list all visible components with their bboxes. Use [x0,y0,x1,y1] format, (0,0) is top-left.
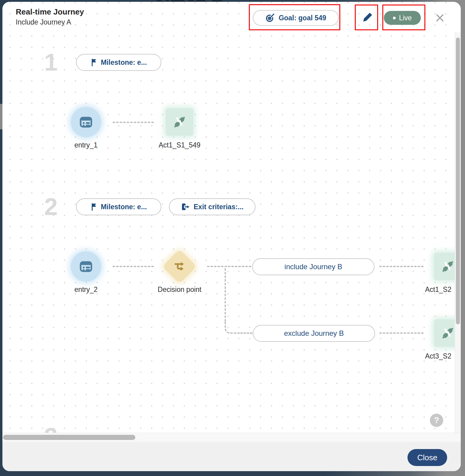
exit-icon [181,203,190,211]
activity-node-act3-s2[interactable] [434,319,455,347]
page-backdrop: Real-time Journey Include Journey A Goal… [0,0,465,476]
trigger-link-icon [441,259,455,273]
backdrop-artifact [157,0,162,2]
stage-3-number: 3 [44,425,58,433]
backdrop-artifact [166,0,169,2]
milestone-chip-label: Milestone: e... [101,203,147,211]
connector-dashed [379,266,424,267]
milestone-chip-label: Milestone: e... [101,58,147,67]
close-button[interactable]: Close [407,449,447,466]
horizontal-scrollbar[interactable] [2,433,461,442]
entry-node-2[interactable] [71,251,101,282]
goal-button[interactable]: Goal: goal 549 [253,10,339,26]
decision-point-label: Decision point [149,286,210,294]
status-dot-icon [393,17,396,19]
horizontal-scrollbar-thumb[interactable] [3,435,135,440]
dialog-subtitle: Include Journey A [16,18,71,26]
activity-node-act3-s2-label: Act3_S2 [425,352,455,360]
entry-node-1-label: entry_1 [56,141,116,149]
stage-2-number: 2 [44,195,58,219]
connector-dashed [225,268,226,322]
exclude-branch-label: exclude Journey B [284,329,344,338]
include-branch-chip[interactable]: include Journey B [252,258,374,275]
activity-node-act1-s1-label: Act1_S1_549 [153,141,206,149]
journey-dialog: Real-time Journey Include Journey A Goal… [2,2,461,471]
vertical-scrollbar-thumb[interactable] [456,38,460,324]
backdrop-artifact [188,0,194,2]
stage-1-number: 1 [44,50,58,74]
form-entry-icon [79,115,93,129]
vertical-scrollbar[interactable] [455,32,461,433]
trigger-link-icon [173,115,186,129]
help-button-label: ? [434,416,439,425]
entry-node-2-label: entry_2 [56,286,116,294]
connector-dashed [379,332,424,334]
dialog-close-icon[interactable] [434,12,445,23]
exclude-branch-chip[interactable]: exclude Journey B [253,325,375,342]
milestone-chip-stage1[interactable]: Milestone: e... [76,54,161,71]
pencil-icon [361,12,373,23]
trigger-link-icon [441,326,455,340]
help-button[interactable]: ? [430,414,443,427]
milestone-chip-stage2[interactable]: Milestone: e... [76,198,161,215]
connector-dashed [207,266,251,267]
edit-button[interactable] [361,11,374,24]
connector-dashed [113,266,154,267]
activity-node-act1-s2[interactable] [434,253,455,280]
journey-canvas[interactable]: Real-time Journey Include Journey A Goal… [2,2,455,433]
form-entry-icon [79,259,93,274]
backdrop-artifact [196,0,205,2]
exit-criteria-chip-label: Exit criterias:... [194,203,244,211]
flag-icon [91,203,97,211]
backdrop-artifact [171,0,184,2]
dialog-footer: Close [2,442,461,471]
backdrop-artifact [212,0,222,2]
include-branch-label: include Journey B [285,263,342,271]
connector-dashed-elbow [225,320,240,334]
activity-node-act1-s1[interactable] [166,108,193,136]
connector-dashed [113,122,154,123]
activity-node-act1-s2-label: Act1_S2 [425,286,455,294]
dialog-title: Real-time Journey [16,7,84,17]
goal-button-label: Goal: goal 549 [279,14,326,22]
live-status-badge[interactable]: Live [384,11,421,25]
live-status-label: Live [399,14,412,22]
decision-point-node[interactable] [162,249,196,283]
flag-icon [91,58,97,67]
target-goal-icon [265,13,275,23]
exit-criteria-chip-stage2[interactable]: Exit criterias:... [169,198,256,215]
connector-dashed [240,332,252,334]
entry-node-1[interactable] [71,107,101,137]
backdrop-scrollbar-fragment [0,104,2,129]
